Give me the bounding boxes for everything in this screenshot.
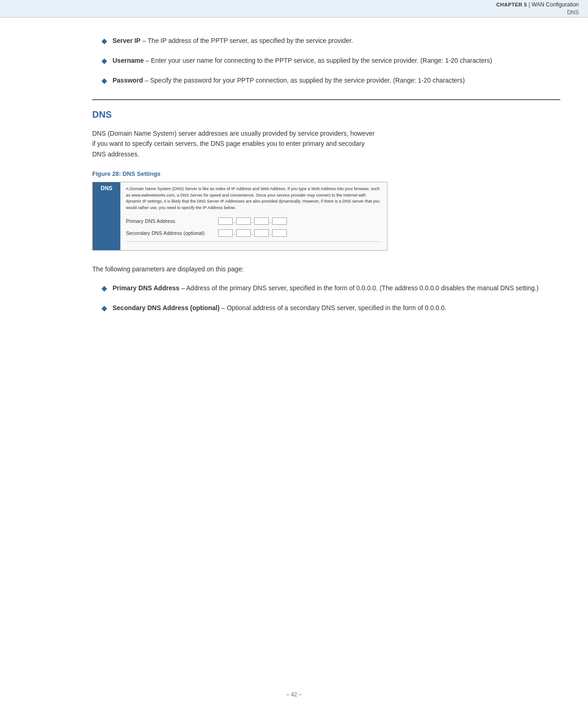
desc-serverip: The IP address of the PPTP server, as sp… bbox=[148, 37, 353, 44]
dns-secondary-label: Secondary DNS Address (optional) bbox=[126, 230, 218, 236]
term-username: Username bbox=[113, 57, 144, 64]
bullet-text-serverip: Server IP – The IP address of the PPTP s… bbox=[113, 36, 353, 46]
bullet-diamond-icon-3: ◆ bbox=[101, 76, 107, 85]
term-serverip: Server IP bbox=[113, 37, 141, 44]
sep-serverip: – bbox=[143, 37, 148, 44]
bullet-text-primary-dns: Primary DNS Address – Address of the pri… bbox=[113, 283, 539, 293]
dns-screenshot-body-text: A Domain Name System (DNS) Server is lik… bbox=[126, 186, 381, 211]
bullet-diamond-icon-2: ◆ bbox=[101, 56, 107, 65]
header-chapter-info: CHAPTER 5 | WAN Configuration DNS bbox=[496, 1, 579, 17]
bullet-diamond-icon-4: ◆ bbox=[101, 284, 107, 293]
dns-ip-box-4[interactable] bbox=[272, 217, 287, 225]
dns-ip-dot-1: . bbox=[234, 218, 235, 224]
bullet-item-password: ◆ Password – Specify the password for yo… bbox=[92, 76, 560, 85]
dns-screenshot: DNS A Domain Name System (DNS) Server is… bbox=[92, 182, 387, 251]
dns-ip-dot-5: . bbox=[234, 230, 235, 236]
dns-content-area: A Domain Name System (DNS) Server is lik… bbox=[120, 182, 387, 250]
figure-label: Figure 28: DNS Settings bbox=[92, 170, 560, 177]
top-bullet-section: ◆ Server IP – The IP address of the PPTP… bbox=[92, 36, 560, 85]
dns-form-row-secondary: Secondary DNS Address (optional) . . . bbox=[126, 229, 381, 237]
dns-primary-label: Primary DNS Address bbox=[126, 218, 218, 224]
sep-primary-dns: – bbox=[181, 284, 186, 292]
dns-blue-bar: DNS bbox=[93, 182, 120, 250]
bullet-text-secondary-dns: Secondary DNS Address (optional) – Optio… bbox=[113, 303, 446, 313]
dns-description: DNS (Domain Name System) server addresse… bbox=[92, 128, 378, 159]
page-content: ◆ Server IP – The IP address of the PPTP… bbox=[0, 18, 588, 342]
dns-ip-box-8[interactable] bbox=[272, 229, 287, 237]
bullet-text-password: Password – Specify the password for your… bbox=[113, 76, 465, 85]
dns-ip-dot-2: . bbox=[252, 218, 253, 224]
dns-ip-box-5[interactable] bbox=[218, 229, 233, 237]
dns-ip-box-2[interactable] bbox=[236, 217, 251, 225]
section-divider bbox=[92, 99, 560, 100]
term-secondary-dns: Secondary DNS Address (optional) bbox=[113, 304, 220, 312]
chapter-subtitle: DNS bbox=[567, 9, 579, 16]
bullet-item-serverip: ◆ Server IP – The IP address of the PPTP… bbox=[92, 36, 560, 46]
dns-ip-box-6[interactable] bbox=[236, 229, 251, 237]
desc-secondary-dns: Optional address of a secondary DNS serv… bbox=[227, 304, 446, 312]
dns-ip-dot-3: . bbox=[270, 218, 271, 224]
chapter-label: CHAPTER 5 bbox=[496, 2, 527, 7]
bullet-diamond-icon: ◆ bbox=[101, 36, 107, 45]
page-footer: – 42 – bbox=[0, 691, 588, 698]
dns-form-row-primary: Primary DNS Address . . . bbox=[126, 217, 381, 225]
dns-ip-box-3[interactable] bbox=[254, 217, 269, 225]
bullet-diamond-icon-5: ◆ bbox=[101, 304, 107, 312]
term-password: Password bbox=[113, 77, 143, 84]
bullet-item-secondary-dns: ◆ Secondary DNS Address (optional) – Opt… bbox=[92, 303, 560, 313]
bullet-item-username: ◆ Username – Enter your user name for co… bbox=[92, 56, 560, 66]
sep-password: – bbox=[145, 77, 150, 84]
term-primary-dns: Primary DNS Address bbox=[113, 284, 179, 292]
dns-section: DNS DNS (Domain Name System) server addr… bbox=[92, 109, 560, 313]
dns-ip-dot-7: . bbox=[270, 230, 271, 236]
dns-secondary-ip-inputs[interactable]: . . . bbox=[218, 229, 287, 237]
dns-form-separator bbox=[126, 241, 381, 242]
dns-ip-box-7[interactable] bbox=[254, 229, 269, 237]
sep-secondary-dns: – bbox=[221, 304, 227, 312]
dns-tab-label: DNS bbox=[101, 185, 112, 192]
dns-screenshot-header-row: DNS A Domain Name System (DNS) Server is… bbox=[93, 182, 387, 250]
dns-section-title: DNS bbox=[92, 109, 560, 120]
page-number: – 42 – bbox=[286, 691, 302, 698]
bullet-text-username: Username – Enter your user name for conn… bbox=[113, 56, 492, 66]
chapter-topic: WAN Configuration bbox=[532, 1, 579, 8]
desc-password: Specify the password for your PPTP conne… bbox=[150, 77, 465, 84]
desc-primary-dns: Address of the primary DNS server, speci… bbox=[186, 284, 539, 292]
desc-username: Enter your user name for connecting to t… bbox=[151, 57, 492, 64]
sep-username: – bbox=[146, 57, 151, 64]
following-params-text: The following parameters are displayed o… bbox=[92, 264, 560, 274]
bullet-item-primary-dns: ◆ Primary DNS Address – Address of the p… bbox=[92, 283, 560, 293]
dns-ip-dot-6: . bbox=[252, 230, 253, 236]
page-header: CHAPTER 5 | WAN Configuration DNS bbox=[0, 0, 588, 18]
dns-primary-ip-inputs[interactable]: . . . bbox=[218, 217, 287, 225]
dns-ip-box-1[interactable] bbox=[218, 217, 233, 225]
